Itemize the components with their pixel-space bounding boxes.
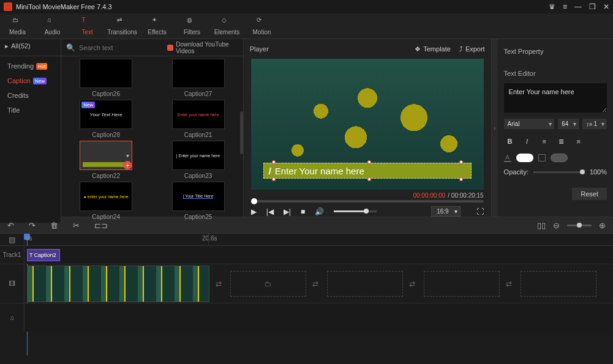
zoom-out-icon[interactable]: ⊖ — [553, 221, 560, 230]
next-frame-icon[interactable]: ▶| — [284, 207, 291, 216]
transition-slot-icon[interactable]: ⇄ — [312, 280, 321, 288]
undo-icon[interactable]: ↶ — [7, 221, 14, 230]
font-size-select[interactable]: 64 — [558, 119, 579, 129]
tab-audio[interactable]: ♫Audio — [35, 13, 70, 39]
stop-icon[interactable]: ■ — [301, 207, 305, 216]
font-select[interactable]: Arial — [504, 119, 555, 129]
highlight-color-swatch[interactable] — [551, 154, 568, 162]
text-property-panel: Text Property Text Editor Enter Your nam… — [498, 39, 613, 217]
template-icon: ❖ — [415, 45, 421, 53]
play-icon[interactable]: ▶ — [251, 207, 257, 216]
video-preview[interactable]: Enter Your name here — [251, 59, 484, 190]
app-title: MiniTool MovieMaker Free 7.4.3 — [16, 3, 549, 10]
tab-transitions[interactable]: ⇄Transitions — [105, 13, 140, 39]
bold-icon[interactable]: B — [504, 135, 516, 147]
thumb-caption24[interactable]: ● enter your name here — [80, 182, 132, 211]
tab-motion[interactable]: ⟳Motion — [244, 13, 279, 39]
resize-handle[interactable] — [459, 177, 463, 181]
audio-track[interactable] — [24, 303, 613, 332]
volume-icon[interactable]: 🔊 — [315, 207, 324, 216]
resize-handle[interactable] — [459, 160, 463, 164]
search-input[interactable] — [79, 44, 164, 51]
text-color-icon[interactable]: A — [504, 154, 511, 162]
asset-browser: ▸ All(52) 🔍 Download YouTube Videos Tren… — [0, 39, 243, 217]
tab-text[interactable]: TText — [70, 13, 105, 39]
player-panel: Player ❖Template ⤴Export Enter Your name… — [243, 39, 492, 217]
thumb-caption22[interactable]: + — [80, 141, 132, 170]
close-icon[interactable]: ✕ — [603, 2, 609, 11]
thumb-caption23[interactable]: | Enter your name here — [172, 141, 225, 170]
thumb-caption27[interactable] — [172, 59, 225, 88]
time-ruler[interactable]: 0s 20.6s — [24, 234, 613, 245]
drop-slot[interactable]: 🗀 — [230, 271, 306, 297]
zoom-in-icon[interactable]: ⊕ — [599, 221, 606, 230]
category-title[interactable]: Title — [0, 103, 61, 117]
timeline: ▤ 0s 20.6s Track1 T Caption2 🎞 ⇄ 🗀 ⇄ ⇄ ⇄… — [0, 234, 613, 364]
upgrade-icon[interactable]: ♛ — [549, 2, 555, 11]
redo-icon[interactable]: ↷ — [29, 221, 36, 230]
category-caption[interactable]: CaptionNew — [0, 73, 61, 88]
thumb-caption25[interactable]: | Your Title Here — [172, 182, 225, 211]
app-logo — [4, 2, 12, 11]
drop-slot[interactable] — [424, 271, 500, 297]
fit-icon[interactable]: ▯▯ — [537, 221, 546, 230]
category-all[interactable]: All(52) — [11, 42, 31, 50]
align-center-icon[interactable]: ≣ — [555, 135, 568, 147]
export-button[interactable]: ⤴Export — [459, 45, 485, 53]
video-clip[interactable] — [27, 266, 209, 302]
drop-slot[interactable] — [521, 271, 596, 297]
resize-handle[interactable] — [367, 177, 371, 181]
tab-elements[interactable]: ◇Elements — [209, 13, 244, 39]
line-height-select[interactable]: ↕≡ 1 — [582, 119, 607, 129]
tab-media[interactable]: 🗀Media — [0, 13, 35, 39]
volume-slider[interactable] — [334, 210, 377, 212]
thumbnail-grid: Caption26 Caption27 NewYour Text HereCap… — [61, 56, 243, 223]
category-credits[interactable]: Credits — [0, 88, 61, 103]
titlebar: MiniTool MovieMaker Free 7.4.3 ♛ ≡ — ❐ ✕ — [0, 0, 613, 13]
thumb-caption26[interactable] — [80, 59, 132, 88]
zoom-slider[interactable] — [567, 225, 592, 226]
aspect-select[interactable]: 16:9 — [431, 206, 460, 217]
transition-slot-icon[interactable]: ⇄ — [506, 280, 514, 288]
template-button[interactable]: ❖Template — [415, 45, 451, 53]
resize-handle[interactable] — [272, 160, 276, 164]
align-left-icon[interactable]: ≡ — [538, 135, 551, 147]
minimize-icon[interactable]: — — [574, 2, 582, 11]
caption-overlay[interactable]: Enter Your name here — [263, 163, 472, 179]
opacity-slider[interactable] — [533, 171, 585, 173]
align-right-icon[interactable]: ≡ — [573, 135, 585, 147]
thumb-caption21[interactable]: Enter your name here — [172, 100, 225, 129]
thumb-caption28[interactable]: NewYour Text Here — [80, 100, 132, 129]
export-icon: ⤴ — [459, 45, 463, 53]
resize-handle[interactable] — [367, 160, 371, 164]
menu-icon[interactable]: ≡ — [563, 2, 567, 11]
download-youtube-link[interactable]: Download YouTube Videos — [167, 41, 238, 54]
scrollbar[interactable] — [240, 111, 243, 154]
expand-handle[interactable]: › — [492, 39, 498, 217]
text-color-swatch[interactable] — [516, 154, 533, 162]
layers-icon[interactable]: ▤ — [9, 236, 15, 244]
time-current: 00:00:00:00 — [413, 192, 445, 199]
delete-icon[interactable]: 🗑 — [50, 221, 58, 230]
transition-slot-icon[interactable]: ⇄ — [216, 280, 224, 288]
caption-text-input[interactable]: Enter Your name here — [504, 83, 607, 113]
main-toolbar: 🗀Media ♫Audio TText ⇄Transitions ✦Effect… — [0, 13, 613, 39]
prev-frame-icon[interactable]: |◀ — [266, 207, 274, 216]
drop-slot[interactable] — [327, 271, 403, 297]
tab-effects[interactable]: ✦Effects — [140, 13, 175, 39]
caption-clip[interactable]: T Caption2 — [27, 249, 60, 261]
seek-bar[interactable] — [251, 200, 484, 202]
italic-icon[interactable]: I — [521, 135, 533, 147]
resize-handle[interactable] — [272, 177, 276, 181]
category-list: TrendingHot CaptionNew Credits Title — [0, 56, 61, 223]
highlight-color-icon[interactable] — [538, 154, 546, 162]
reset-button[interactable]: Reset — [572, 188, 607, 200]
text-property-title: Text Property — [504, 48, 544, 55]
tab-filters[interactable]: ◍Filters — [175, 13, 209, 39]
transition-slot-icon[interactable]: ⇄ — [409, 280, 418, 288]
maximize-icon[interactable]: ❐ — [589, 2, 596, 11]
audio-track-icon: ♫ — [10, 314, 15, 321]
add-icon[interactable]: + — [123, 161, 132, 169]
fullscreen-icon[interactable]: ⛶ — [476, 207, 484, 216]
category-trending[interactable]: TrendingHot — [0, 59, 61, 73]
